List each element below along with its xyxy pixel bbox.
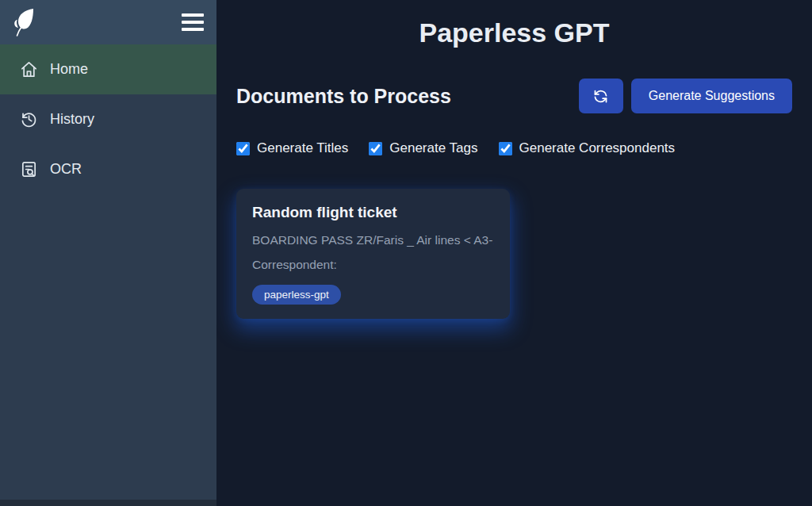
checkbox-row: Generate Titles Generate Tags Generate C… xyxy=(236,140,792,156)
sidebar-item-home[interactable]: Home xyxy=(0,44,216,94)
checkbox-label: Generate Titles xyxy=(257,140,348,156)
page-title: Paperless GPT xyxy=(236,17,792,48)
toolbar-buttons: Generate Suggestions xyxy=(579,79,792,113)
sidebar-nav: Home History xyxy=(0,44,216,194)
leaf-logo-icon xyxy=(11,6,38,38)
sidebar-item-label: OCR xyxy=(50,161,82,178)
document-card[interactable]: Random flight ticket BOARDING PASS ZR/Fa… xyxy=(236,189,510,319)
app-window: Home History xyxy=(0,0,812,506)
checkbox-group-generate-correspondents[interactable]: Generate Correspondents xyxy=(499,140,676,156)
sidebar-item-label: History xyxy=(50,111,94,128)
history-icon xyxy=(19,110,38,129)
document-tag[interactable]: paperless-gpt xyxy=(252,285,341,305)
refresh-button[interactable] xyxy=(579,79,623,113)
sidebar-item-ocr[interactable]: OCR xyxy=(0,144,216,194)
generate-tags-checkbox[interactable] xyxy=(369,142,382,155)
correspondent-label: Correspondent: xyxy=(252,258,494,272)
sidebar-footer-strip xyxy=(0,500,216,506)
generate-titles-checkbox[interactable] xyxy=(236,142,250,155)
refresh-icon xyxy=(592,88,609,105)
document-preview: BOARDING PASS ZR/Faris _ Air lines < A3-… xyxy=(252,233,494,247)
menu-button[interactable] xyxy=(178,9,207,36)
checkbox-label: Generate Tags xyxy=(389,140,477,156)
section-title: Documents to Process xyxy=(236,85,451,108)
sidebar-item-history[interactable]: History xyxy=(0,94,216,144)
ocr-icon xyxy=(19,160,38,179)
home-icon xyxy=(19,60,38,79)
main-content: Paperless GPT Documents to Process Gener… xyxy=(216,0,812,506)
sidebar-header xyxy=(0,0,216,44)
sidebar: Home History xyxy=(0,0,216,506)
generate-suggestions-button[interactable]: Generate Suggestions xyxy=(631,79,792,113)
checkbox-group-generate-titles[interactable]: Generate Titles xyxy=(236,140,348,156)
checkbox-label: Generate Correspondents xyxy=(519,140,676,156)
sidebar-item-label: Home xyxy=(50,61,88,78)
document-title: Random flight ticket xyxy=(252,204,494,221)
toolbar: Documents to Process Generate Suggestion… xyxy=(236,79,792,113)
generate-correspondents-checkbox[interactable] xyxy=(499,142,512,155)
checkbox-group-generate-tags[interactable]: Generate Tags xyxy=(369,140,477,156)
